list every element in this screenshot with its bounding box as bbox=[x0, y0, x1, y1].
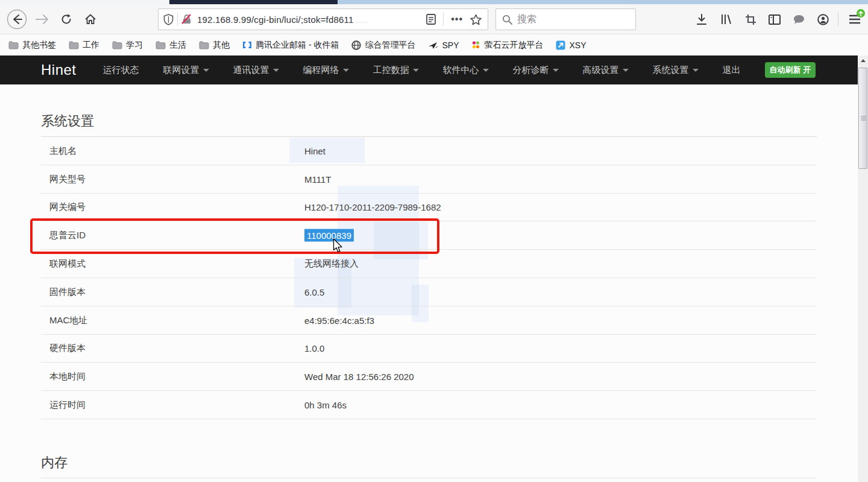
page-actions-dots-icon[interactable]: ••• bbox=[451, 14, 463, 25]
nav-item-label: 编程网络 bbox=[303, 65, 339, 76]
row-label: 思普云ID bbox=[49, 230, 86, 241]
folder-icon bbox=[8, 41, 19, 49]
chevron-down-icon bbox=[273, 69, 279, 72]
folder-icon bbox=[112, 41, 122, 49]
table-row: 思普云ID110000839 bbox=[41, 221, 817, 250]
forward-button[interactable] bbox=[31, 4, 53, 34]
chevron-down-icon bbox=[413, 69, 419, 72]
folder-icon bbox=[156, 41, 166, 49]
nav-item-10[interactable]: 退出 bbox=[723, 65, 741, 76]
nav-item-6[interactable]: 软件中心 bbox=[443, 65, 489, 76]
chevron-down-icon bbox=[693, 69, 699, 72]
chat-bubble-icon[interactable] bbox=[788, 4, 810, 34]
auto-refresh-badge[interactable]: 自动刷新 开 bbox=[765, 62, 816, 78]
system-info-table: 主机名Hinet网关型号M111T网关编号H120-1710-2011-2209… bbox=[41, 136, 817, 419]
nav-item-label: 高级设置 bbox=[583, 65, 619, 76]
nav-item-1[interactable]: 运行状态 bbox=[103, 65, 139, 76]
nav-item-8[interactable]: 高级设置 bbox=[583, 65, 629, 76]
section-title-memory: 内存 bbox=[41, 454, 68, 472]
table-row: 硬件版本1.0.0 bbox=[41, 335, 817, 363]
scrollbar-grip bbox=[861, 115, 866, 122]
row-value: 1.0.0 bbox=[304, 343, 324, 354]
page-content: 系统设置 主机名Hinet网关型号M111T网关编号H120-1710-2011… bbox=[0, 84, 858, 482]
bookmark-label: 其他书签 bbox=[22, 40, 56, 51]
app-navbar: Hinet 运行状态联网设置通讯设置编程网络工控数据软件中心分析诊断高级设置系统… bbox=[0, 55, 858, 84]
row-value: M111T bbox=[304, 174, 331, 184]
reload-button[interactable] bbox=[55, 4, 77, 34]
browser-toolbar: 192.168.9.99/cgi-bin/luci/;stok=fd8611 .… bbox=[0, 4, 868, 34]
row-label: 联网模式 bbox=[49, 258, 86, 270]
bookmark-item[interactable]: 萤石云开放平台 bbox=[471, 40, 543, 51]
tab-strip-segment bbox=[169, 0, 338, 4]
back-button[interactable] bbox=[5, 4, 29, 34]
url-bar[interactable]: 192.168.9.99/cgi-bin/luci/;stok=fd8611 .… bbox=[158, 8, 488, 30]
scrollbar-thumb[interactable] bbox=[858, 68, 867, 169]
chevron-down-icon bbox=[343, 69, 349, 72]
row-label: MAC地址 bbox=[49, 314, 87, 326]
bookmark-item[interactable]: 学习 bbox=[112, 40, 143, 51]
search-placeholder: 搜索 bbox=[517, 13, 536, 26]
globe-icon bbox=[351, 40, 361, 50]
bookmark-item[interactable]: SPY bbox=[428, 40, 459, 50]
vertical-scrollbar[interactable] bbox=[858, 55, 868, 482]
downloads-icon[interactable] bbox=[691, 4, 712, 34]
bookmark-label: 工作 bbox=[83, 40, 99, 51]
tencent-mail-icon bbox=[242, 41, 252, 49]
url-text-faded: ...... bbox=[354, 14, 369, 25]
row-value-selected[interactable]: 110000839 bbox=[304, 229, 354, 242]
table-row: 运行时间0h 3m 46s bbox=[41, 391, 817, 419]
library-icon[interactable] bbox=[715, 4, 737, 34]
bookmark-item[interactable]: 工作 bbox=[69, 40, 99, 51]
scrollbar-up-arrow[interactable] bbox=[858, 55, 868, 65]
bookmark-label: 萤石云开放平台 bbox=[484, 40, 543, 51]
row-value: Hinet bbox=[304, 145, 326, 156]
nav-item-7[interactable]: 分析诊断 bbox=[513, 65, 559, 76]
bookmark-star-icon[interactable] bbox=[470, 14, 482, 25]
url-text[interactable]: 192.168.9.99/cgi-bin/luci/;stok=fd8611 bbox=[197, 14, 354, 25]
reader-mode-icon[interactable] bbox=[426, 14, 436, 25]
app-logo[interactable]: Hinet bbox=[41, 62, 77, 78]
home-button[interactable] bbox=[80, 4, 101, 34]
nav-item-4[interactable]: 编程网络 bbox=[303, 65, 349, 76]
bookmark-label: SPY bbox=[442, 40, 459, 50]
row-value: 无线网络接入 bbox=[304, 258, 359, 270]
table-row: 固件版本6.0.5 bbox=[41, 278, 817, 306]
chevron-down-icon bbox=[623, 69, 629, 72]
bookmark-label: 学习 bbox=[126, 40, 143, 51]
bookmark-item[interactable]: 综合管理平台 bbox=[351, 40, 415, 51]
nav-item-label: 分析诊断 bbox=[513, 65, 549, 76]
bookmark-item[interactable]: 其他 bbox=[199, 40, 230, 51]
bookmark-item[interactable]: 生活 bbox=[156, 40, 186, 51]
bookmark-label: 腾讯企业邮箱 - 收件箱 bbox=[256, 40, 339, 51]
table-row: 本地时间Wed Mar 18 12:56:26 2020 bbox=[41, 363, 817, 391]
bookmark-item[interactable]: 腾讯企业邮箱 - 收件箱 bbox=[242, 40, 339, 51]
tracking-protection-shield-icon[interactable] bbox=[163, 14, 174, 25]
account-icon[interactable] bbox=[812, 4, 834, 34]
insecure-lock-icon[interactable] bbox=[181, 14, 192, 25]
bookmark-label: XSY bbox=[569, 40, 586, 50]
mouse-cursor bbox=[333, 238, 344, 254]
table-row: 网关编号H120-1710-2011-2209-7989-1682 bbox=[41, 194, 817, 222]
table-row: 主机名Hinet bbox=[41, 137, 817, 165]
bookmarks-bar: 其他书签工作学习生活其他腾讯企业邮箱 - 收件箱综合管理平台SPY萤石云开放平台… bbox=[0, 34, 868, 55]
row-label: 网关编号 bbox=[49, 201, 86, 213]
update-badge-icon bbox=[857, 9, 865, 17]
nav-item-9[interactable]: 系统设置 bbox=[653, 65, 699, 76]
search-bar[interactable]: 搜索 bbox=[495, 8, 636, 30]
nav-item-3[interactable]: 通讯设置 bbox=[233, 65, 279, 76]
nav-item-label: 通讯设置 bbox=[233, 65, 269, 76]
window-top-strip bbox=[0, 0, 868, 4]
row-label: 本地时间 bbox=[49, 371, 86, 382]
toolbar-separator bbox=[838, 13, 838, 26]
sidebar-toggle-icon[interactable] bbox=[764, 4, 785, 34]
bookmark-item[interactable]: XSY bbox=[556, 40, 586, 50]
row-label: 固件版本 bbox=[49, 286, 86, 297]
menu-hamburger-icon[interactable] bbox=[843, 4, 867, 34]
nav-item-2[interactable]: 联网设置 bbox=[163, 65, 209, 76]
nav-item-5[interactable]: 工控数据 bbox=[373, 65, 419, 76]
bookmark-item[interactable]: 其他书签 bbox=[8, 40, 56, 51]
table-row: 联网模式无线网络接入 bbox=[41, 250, 817, 278]
section-divider bbox=[41, 478, 817, 478]
screenshot-icon[interactable] bbox=[740, 4, 761, 34]
urlbar-separator bbox=[177, 13, 178, 26]
